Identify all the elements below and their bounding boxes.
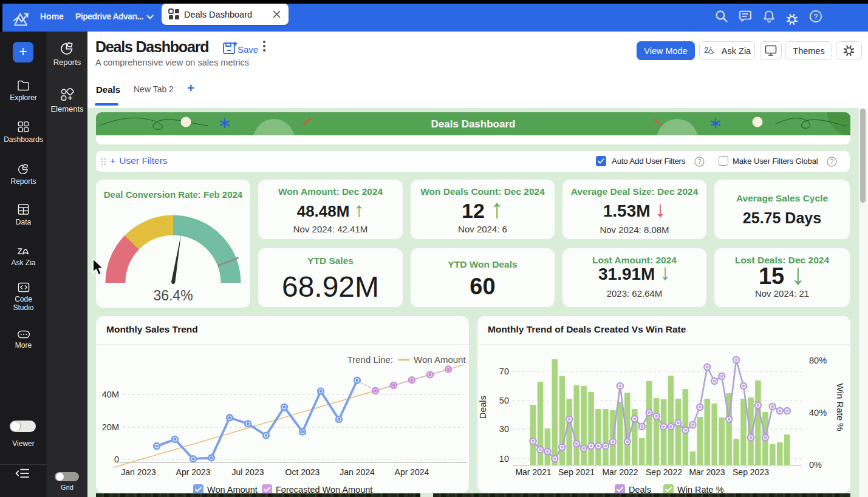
svg-text:70: 70 — [499, 367, 509, 376]
svg-text:20M: 20M — [102, 422, 119, 432]
svg-text:Win Rate %: Win Rate % — [677, 485, 724, 493]
svg-text:Jan 2023: Jan 2023 — [121, 467, 156, 477]
svg-text:Sep 2023: Sep 2023 — [733, 467, 769, 477]
svg-text:Jul 2023: Jul 2023 — [232, 467, 264, 477]
svg-text:?: ? — [698, 158, 702, 165]
svg-text:Trend Line:: Trend Line: — [347, 354, 393, 365]
svg-text:Won Amount: Won Amount — [207, 485, 258, 493]
svg-text:Apr 2024: Apr 2024 — [395, 467, 429, 477]
svg-text:?: ? — [814, 13, 818, 21]
svg-text:Mar 2023: Mar 2023 — [689, 467, 725, 477]
svg-text:Sep 2022: Sep 2022 — [646, 467, 682, 477]
svg-text:Mar 2022: Mar 2022 — [602, 467, 638, 477]
svg-text:Win Rate %: Win Rate % — [835, 383, 846, 431]
svg-text:10: 10 — [499, 454, 509, 464]
svg-text:Deals: Deals — [629, 485, 651, 493]
svg-text:Forecasted Won Amount: Forecasted Won Amount — [276, 485, 372, 493]
svg-text:40%: 40% — [809, 408, 827, 418]
svg-text:0: 0 — [114, 455, 119, 464]
svg-text:80%: 80% — [809, 356, 827, 365]
svg-text:Apr 2023: Apr 2023 — [176, 467, 211, 477]
svg-text:30: 30 — [499, 424, 509, 434]
svg-text:40M: 40M — [102, 390, 119, 399]
svg-text:0%: 0% — [809, 460, 822, 470]
svg-text:Jan 2024: Jan 2024 — [340, 467, 375, 477]
svg-text:50: 50 — [499, 396, 509, 405]
svg-text:?: ? — [830, 158, 834, 165]
svg-text:Sep 2021: Sep 2021 — [558, 467, 595, 477]
svg-text:Deals: Deals — [477, 396, 488, 419]
svg-text:Oct 2023: Oct 2023 — [285, 467, 320, 477]
svg-text:Mar 2021: Mar 2021 — [515, 467, 551, 477]
svg-text:Won Amount: Won Amount — [414, 354, 466, 365]
